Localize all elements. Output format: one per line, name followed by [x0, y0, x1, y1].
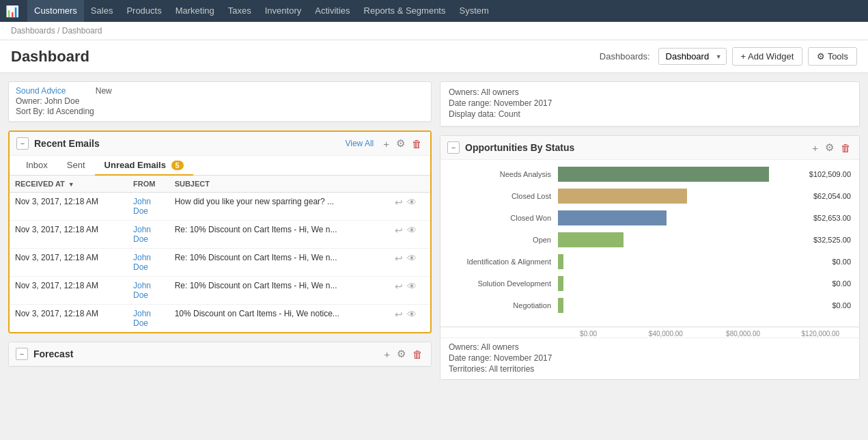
email-row: Nov 3, 2017, 12:18 AM John Doe 10% Disco… [10, 305, 430, 333]
from-link[interactable]: John [133, 225, 151, 234]
from-link[interactable]: John [133, 253, 151, 262]
top-navigation: 📊 Customers Sales Products Marketing Tax… [0, 0, 868, 22]
forecast-collapse-btn[interactable]: − [16, 348, 28, 360]
company-link[interactable]: Sound Advice [16, 86, 66, 96]
cell-subject: Re: 10% Discount on Cart Items - Hi, We … [169, 277, 389, 305]
bar-track [558, 298, 829, 313]
new-link[interactable]: New [96, 86, 112, 96]
bar-label: Open [449, 236, 558, 244]
view-all-link[interactable]: View All [345, 139, 374, 148]
cell-from: John Doe [128, 305, 169, 333]
from-link-2[interactable]: Doe [133, 206, 148, 216]
email-tabs: Inbox Sent Unread Emails 5 [10, 156, 430, 176]
from-link[interactable]: John [133, 309, 151, 318]
breadcrumb-dashboards[interactable]: Dashboards [11, 26, 55, 36]
chart-axis: $0.00$40,000.00$80,000.00$120,000.00 [440, 327, 859, 338]
opp-settings-btn[interactable]: ⚙ [824, 140, 835, 155]
reply-icon[interactable]: ↩ [395, 309, 403, 320]
nav-item-taxes[interactable]: Taxes [221, 0, 258, 22]
forecast-widget: − Forecast + ⚙ 🗑 [8, 342, 432, 367]
col-received[interactable]: RECEIVED AT ▼ [10, 176, 128, 193]
bar-label: Negotiation [449, 301, 558, 310]
col-actions [389, 176, 430, 193]
opp-delete-btn[interactable]: 🗑 [839, 141, 852, 155]
add-widget-btn[interactable]: + [382, 137, 391, 151]
cell-actions: ↩ 👁 [389, 249, 430, 277]
cell-received: Nov 3, 2017, 12:18 AM [10, 249, 128, 277]
from-link[interactable]: John [133, 281, 151, 290]
owners-info: Owners: All owners [449, 87, 851, 97]
cell-from: John Doe [128, 193, 169, 221]
collapse-button[interactable]: − [16, 137, 29, 150]
from-link-2[interactable]: Doe [133, 290, 148, 300]
bar-value: $0.00 [832, 279, 851, 288]
bar-track [558, 189, 811, 204]
sort-label: Sort By: Id Ascending [16, 107, 424, 116]
email-row: Nov 3, 2017, 12:18 AM John Doe Re: 10% D… [10, 277, 430, 305]
dashboard-select[interactable]: Dashboard [658, 48, 727, 65]
nav-item-sales[interactable]: Sales [84, 0, 120, 22]
from-link-2[interactable]: Doe [133, 262, 148, 272]
cell-subject: Re: 10% Discount on Cart Items - Hi, We … [169, 249, 389, 277]
forecast-settings-btn[interactable]: ⚙ [395, 346, 407, 361]
from-link[interactable]: John [133, 197, 151, 206]
dashboards-label: Dashboards: [600, 51, 650, 61]
reply-icon[interactable]: ↩ [395, 225, 403, 236]
from-link-2[interactable]: Doe [133, 318, 148, 328]
opp-collapse-btn[interactable]: − [447, 141, 460, 154]
tools-button[interactable]: ⚙ Tools [808, 47, 857, 66]
company-new-row: Sound Advice New [16, 86, 424, 96]
app-logo[interactable]: 📊 [5, 5, 19, 18]
bottom-owners: Owners: All owners [449, 342, 851, 352]
view-icon[interactable]: 👁 [407, 281, 417, 292]
bar-row: Closed Won$52,653.00 [449, 210, 851, 225]
forecast-add-btn[interactable]: + [382, 347, 391, 361]
cell-actions: ↩ 👁 [389, 305, 430, 333]
delete-btn[interactable]: 🗑 [410, 137, 423, 151]
bottom-date-range: Date range: November 2017 [449, 353, 851, 363]
display-data-info: Display data: Count [449, 109, 851, 119]
cell-actions: ↩ 👁 [389, 221, 430, 249]
nav-item-system[interactable]: System [452, 0, 495, 22]
left-panel: Sound Advice New Owner: John Doe Sort By… [8, 81, 432, 437]
nav-item-reports[interactable]: Reports & Segments [357, 0, 453, 22]
nav-item-activities[interactable]: Activities [308, 0, 356, 22]
nav-item-marketing[interactable]: Marketing [169, 0, 221, 22]
bar-track [558, 232, 811, 247]
tab-sent[interactable]: Sent [57, 156, 95, 176]
settings-btn[interactable]: ⚙ [395, 136, 406, 151]
bar-label: Needs Analysis [449, 170, 558, 178]
cell-from: John Doe [128, 221, 169, 249]
reply-icon[interactable]: ↩ [395, 197, 403, 208]
view-icon[interactable]: 👁 [407, 225, 417, 236]
cell-from: John Doe [128, 277, 169, 305]
reply-icon[interactable]: ↩ [395, 253, 403, 264]
opp-add-btn[interactable]: + [811, 141, 820, 155]
forecast-delete-btn[interactable]: 🗑 [411, 347, 424, 361]
cell-subject: How did you like your new sparring gear?… [169, 193, 389, 221]
nav-item-inventory[interactable]: Inventory [258, 0, 308, 22]
forecast-header: − Forecast + ⚙ 🗑 [9, 342, 431, 366]
page-header: Dashboard Dashboards: Dashboard + Add Wi… [0, 40, 868, 73]
widget-actions: View All + ⚙ 🗑 [345, 136, 423, 151]
bar-fill [558, 232, 624, 247]
email-row: Nov 3, 2017, 12:18 AM John Doe Re: 10% D… [10, 249, 430, 277]
tab-unread[interactable]: Unread Emails 5 [95, 156, 193, 176]
view-icon[interactable]: 👁 [407, 253, 417, 264]
tab-inbox[interactable]: Inbox [16, 156, 57, 176]
dashboard-select-wrapper: Dashboard [658, 48, 727, 65]
bar-track [558, 167, 807, 182]
bar-value: $102,509.00 [809, 170, 851, 178]
from-link-2[interactable]: Doe [133, 234, 148, 244]
opportunities-header: − Opportunities By Status + ⚙ 🗑 [440, 136, 859, 160]
view-icon[interactable]: 👁 [407, 197, 417, 208]
nav-item-products[interactable]: Products [120, 0, 168, 22]
reply-icon[interactable]: ↩ [395, 281, 403, 292]
bar-track [558, 254, 829, 269]
top-info-content: Sound Advice New Owner: John Doe Sort By… [9, 82, 431, 122]
owner-label: Owner: John Doe [16, 96, 424, 106]
forecast-title: Forecast [33, 348, 382, 359]
add-widget-button[interactable]: + Add Widget [732, 47, 803, 66]
view-icon[interactable]: 👁 [407, 309, 417, 320]
nav-item-customers[interactable]: Customers [27, 0, 84, 22]
